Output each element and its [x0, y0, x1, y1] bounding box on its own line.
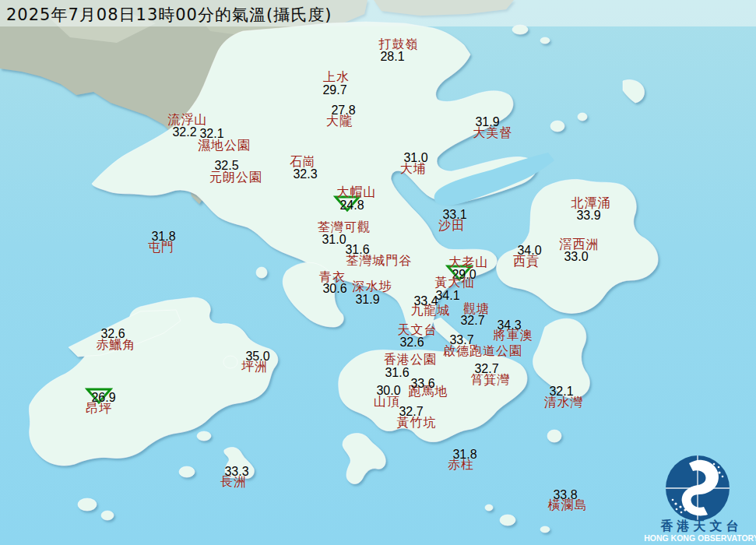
page-title: 2025年7月08日13時00分的氣溫(攝氏度) [6, 4, 332, 26]
soko-islands-2 [101, 511, 114, 520]
map-canvas [0, 0, 756, 545]
po-toi [500, 515, 515, 526]
logo-text-english: HONG KONG OBSERVATORY [642, 533, 756, 543]
hk-temperature-map: 打鼓嶺28.1上水29.7大隴27.8流浮山32.2濕地公園32.1元朗公園32… [0, 0, 756, 545]
shek-kwu-chau [179, 466, 195, 477]
tap-mun [550, 121, 564, 132]
islet-1 [485, 505, 493, 511]
grass-island [578, 113, 587, 121]
logo-captions: 香港天文台 HONG KONG OBSERVATORY [651, 441, 752, 543]
peng-chau [223, 356, 237, 368]
ma-wan [256, 267, 267, 278]
ap-chau [540, 37, 550, 44]
soko-islands [78, 498, 97, 511]
tung-lung-chau [547, 430, 561, 442]
islet-2 [540, 526, 550, 533]
hei-ling-chau [197, 431, 211, 441]
logo-text-chinese: 香港天文台 [651, 519, 752, 535]
